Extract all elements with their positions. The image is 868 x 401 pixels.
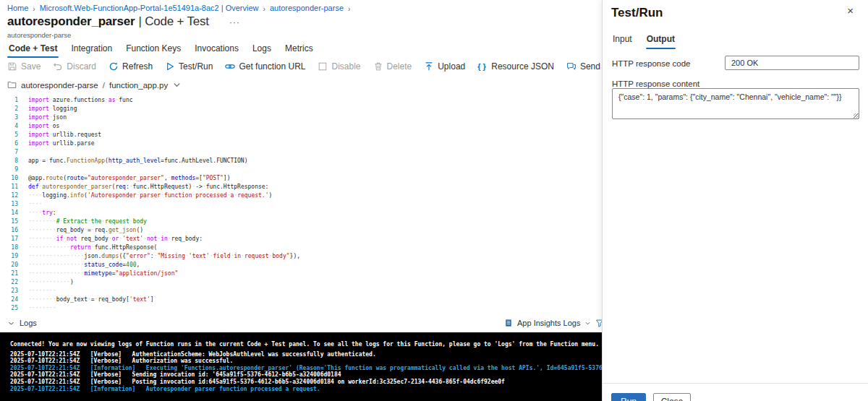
line-number: 9 (0, 165, 27, 174)
toolbar-label: Delete (387, 61, 412, 72)
tab-logs[interactable]: Logs (251, 42, 273, 58)
line-number: 17 (0, 235, 27, 243)
code-line: 16········req_body·=·req.get_json() (0, 226, 602, 235)
file-selector[interactable]: autoresponder-parse / function_app.py (7, 80, 182, 90)
code-line: 19················json.dumps({"error":·"… (0, 252, 602, 261)
function-name-title: autoresponder_parser (7, 14, 135, 29)
log-console[interactable]: Connected! You are now viewing logs of F… (0, 332, 602, 401)
toolbar-label: Get function URL (239, 61, 305, 72)
code-line: 18············return·func.HttpResponse( (0, 243, 602, 252)
test-run-button[interactable]: Test/Run (165, 61, 213, 72)
close-button[interactable]: Close (653, 393, 691, 401)
breadcrumb-link-home[interactable]: Home (7, 4, 28, 12)
line-number: 5 (0, 131, 27, 139)
code-editor[interactable]: 1import·azure.functions·as·func2import·l… (0, 96, 602, 315)
code-line: 6import·urllib.parse (0, 139, 602, 148)
tab-integration[interactable]: Integration (69, 42, 114, 58)
console-line: Connected! You are now viewing logs of F… (10, 341, 602, 348)
code-line: 12····logging.info('Autoresponder·parser… (0, 191, 602, 200)
refresh-button[interactable]: Refresh (109, 61, 153, 72)
code-line: 7 (0, 148, 602, 157)
breadcrumb: Home›Microsoft.Web-FunctionApp-Portal-1e… (7, 4, 350, 12)
folder-icon (7, 80, 17, 90)
code-line: 22············) (0, 278, 602, 287)
console-line: 2025-07-10T22:21:54Z [Verbose] Authentic… (10, 351, 602, 358)
upload-icon (424, 61, 434, 72)
http-response-content-label: HTTP response content (612, 79, 699, 88)
chevron-down-icon (7, 319, 15, 327)
code-line: 20················status_code=400, (0, 261, 602, 270)
resource-json-button[interactable]: { }Resource JSON (477, 61, 554, 72)
send-us-your-feedback-button[interactable]: Send us your feedback (566, 61, 602, 72)
code-line: 13···· (0, 200, 602, 209)
link-icon (225, 61, 235, 72)
line-number: 16 (0, 226, 27, 235)
code-line: 4import·os (0, 122, 602, 131)
toolbar-label: Refresh (122, 61, 153, 72)
page-title: autoresponder_parser | Code + Test ··· (7, 14, 240, 29)
http-response-code-label: HTTP response code (612, 59, 690, 68)
save-button[interactable]: Save (7, 61, 41, 72)
breadcrumb-link-autoresponder-parse[interactable]: autoresponder-parse (270, 4, 344, 12)
logs-bar-right: App Insights Logs Log (504, 319, 602, 327)
logs-label: Logs (20, 319, 37, 327)
line-number: 24 (0, 296, 27, 304)
line-number: 18 (0, 243, 27, 252)
feedback-icon (566, 61, 576, 72)
function-app-subtitle: autoresponder-parse (7, 31, 71, 39)
trash-icon (373, 61, 383, 72)
line-number: 3 (0, 113, 27, 122)
disable-button[interactable]: Disable (318, 61, 360, 72)
code-line: 3import·json (0, 113, 602, 122)
line-number: 20 (0, 261, 27, 270)
get-function-url-button[interactable]: Get function URL (225, 61, 305, 72)
tab-invocations[interactable]: Invocations (193, 42, 240, 58)
console-line: 2025-07-10T22:21:54Z [Information] Autor… (10, 386, 602, 393)
line-number: 25 (0, 304, 27, 313)
upload-button[interactable]: Upload (424, 61, 465, 72)
line-number: 19 (0, 252, 27, 261)
breadcrumb-link-microsoft-web-functionapp-port[interactable]: Microsoft.Web-FunctionApp-Portal-1e51491… (40, 4, 259, 12)
function-tabs: Code + TestIntegrationFunction KeysInvoc… (7, 42, 315, 58)
file-path-separator: / (103, 81, 105, 90)
test-run-panel: Test/Run × InputOutput HTTP response cod… (602, 0, 868, 401)
toolbar-label: Disable (331, 61, 360, 72)
refresh-icon (109, 61, 119, 72)
delete-button[interactable]: Delete (373, 61, 412, 72)
panel-tab-input[interactable]: Input (612, 33, 633, 49)
line-number: 14 (0, 209, 27, 217)
logs-bar: Logs App Insights Logs Log (0, 316, 602, 332)
toolbar-label: Send us your feedback (580, 61, 602, 72)
filter-icon[interactable] (595, 319, 602, 327)
line-number: 6 (0, 139, 27, 148)
http-response-code-input[interactable] (725, 56, 859, 70)
tab-function-keys[interactable]: Function Keys (124, 42, 182, 58)
line-number: 15 (0, 217, 27, 226)
tab-code-test[interactable]: Code + Test (7, 42, 59, 58)
app-insights-logs-dropdown[interactable]: App Insights Logs (517, 319, 580, 327)
discard-button[interactable]: Discard (53, 61, 96, 72)
play-icon (165, 61, 175, 72)
line-number: 7 (0, 148, 27, 157)
http-response-content-textarea[interactable]: {"case": 1, "params": {"city_name": "Che… (612, 88, 859, 119)
panel-tab-output[interactable]: Output (646, 33, 676, 49)
logs-collapse-toggle[interactable]: Logs (7, 319, 37, 327)
console-line: 2025-07-10T22:21:54Z [Verbose] Sending i… (10, 371, 602, 379)
more-options-button[interactable]: ··· (229, 17, 240, 27)
line-number: 21 (0, 270, 27, 278)
line-number: 4 (0, 122, 27, 131)
line-number: 22 (0, 278, 27, 287)
azure-function-code-test-page: Home›Microsoft.Web-FunctionApp-Portal-1e… (0, 0, 868, 401)
save-icon (7, 61, 17, 72)
chevron-down-icon[interactable] (172, 80, 182, 90)
close-icon[interactable]: × (847, 4, 854, 17)
panel-footer: Run Close (603, 383, 868, 401)
tab-metrics[interactable]: Metrics (284, 42, 315, 58)
console-line: 2025-07-10T22:21:54Z [Information] Execu… (10, 365, 602, 372)
toolbar: SaveDiscardRefreshTest/RunGet function U… (7, 61, 602, 72)
line-number: 11 (0, 183, 27, 191)
chevron-down-icon[interactable] (584, 320, 591, 327)
breadcrumb-separator-icon: › (348, 4, 350, 13)
code-line: 1import·azure.functions·as·func (0, 96, 602, 105)
run-button[interactable]: Run (611, 393, 646, 401)
